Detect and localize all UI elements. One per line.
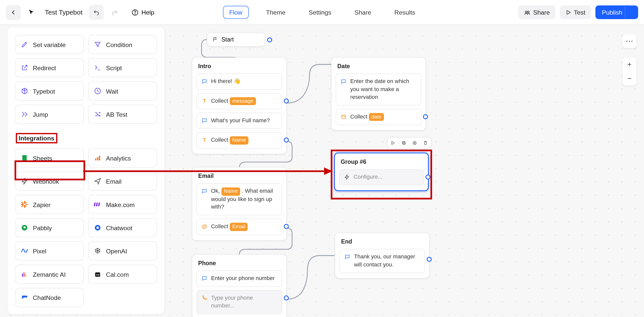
zapier-icon	[20, 200, 29, 209]
svg-text:Cal: Cal	[96, 273, 99, 276]
pencil-icon	[20, 40, 29, 49]
at-icon: @	[201, 223, 208, 230]
tab-share[interactable]: Share	[349, 6, 377, 18]
block-zapier[interactable]: Zapier	[15, 195, 84, 214]
block-redirect[interactable]: Redirect	[15, 58, 84, 77]
phone-icon	[201, 295, 208, 301]
svg-rect-11	[95, 158, 96, 160]
email-collect-step[interactable]: @ Collect Email	[196, 219, 282, 235]
svg-rect-4	[342, 115, 345, 118]
block-condition[interactable]: Condition	[88, 35, 157, 54]
back-button[interactable]	[6, 5, 21, 20]
block-openai[interactable]: OpenAI	[88, 242, 157, 261]
block-pabbly[interactable]: Pabbly	[15, 218, 84, 237]
intro-collect-name[interactable]: T Collect Name	[196, 132, 282, 149]
tab-theme[interactable]: Theme	[260, 6, 291, 18]
block-jump[interactable]: Jump	[15, 105, 84, 124]
redo-button[interactable]	[107, 5, 122, 20]
svg-rect-22	[25, 274, 26, 277]
end-node[interactable]: End Thank you, our manager will contact …	[335, 233, 430, 278]
make-icon	[94, 200, 102, 209]
end-message-step[interactable]: Thank you, our manager will contact you.	[339, 249, 425, 273]
box-icon	[20, 87, 29, 95]
email-prompt-step[interactable]: Ok, Name . What email would you like to …	[196, 183, 282, 215]
more-icon[interactable]: ⋯	[622, 34, 636, 48]
svg-point-1	[135, 14, 136, 14]
publish-button[interactable]: Publish	[595, 5, 629, 19]
shuffle-icon	[94, 110, 102, 118]
block-analytics[interactable]: Analytics	[88, 148, 157, 168]
phone-prompt-step[interactable]: Enter your phone number	[196, 270, 282, 287]
annotation-red-box-group6	[331, 150, 432, 200]
svg-rect-15	[96, 203, 98, 206]
filter-icon	[94, 40, 102, 49]
zoom-out-button[interactable]: −	[622, 71, 636, 86]
calendar-icon	[340, 113, 347, 120]
tab-flow[interactable]: Flow	[223, 6, 249, 19]
block-ab-test[interactable]: AB Test	[88, 105, 157, 124]
block-cal[interactable]: CalCal.com	[88, 265, 157, 284]
integrations-heading: Integrations	[16, 133, 57, 143]
help-button[interactable]: Help	[127, 6, 158, 19]
svg-point-3	[528, 11, 529, 13]
svg-rect-21	[24, 272, 25, 277]
flag-icon	[212, 36, 218, 42]
date-prompt-step[interactable]: Enter the date on which you want to make…	[336, 73, 421, 105]
chat-icon	[201, 117, 208, 124]
svg-rect-12	[97, 157, 98, 160]
chatwoot-icon	[94, 224, 102, 232]
block-zemantic[interactable]: Zemantic AI	[15, 265, 84, 284]
node-toolbar	[387, 137, 431, 149]
block-typebot[interactable]: Typebot	[15, 82, 84, 101]
zoom-in-button[interactable]: +	[622, 57, 636, 71]
canvas-more-menu[interactable]: ⋯	[622, 34, 636, 48]
email-node[interactable]: Email Ok, Name . What email would you li…	[192, 167, 287, 241]
external-link-icon	[20, 64, 29, 72]
phone-node[interactable]: Phone Enter your phone number Type your …	[192, 254, 287, 317]
annotation-red-box-webhook	[15, 161, 85, 180]
terminal-icon	[94, 64, 102, 72]
delete-button[interactable]	[420, 138, 431, 148]
svg-rect-16	[98, 203, 100, 206]
block-set-variable[interactable]: Set variable	[15, 35, 84, 54]
tab-results[interactable]: Results	[389, 6, 421, 18]
test-button[interactable]: Test	[560, 5, 591, 19]
main-tabs: Flow Theme Settings Share Results	[223, 6, 421, 19]
block-chatnode[interactable]: ChatNode	[15, 288, 84, 307]
svg-point-7	[414, 142, 415, 144]
svg-rect-5	[403, 142, 405, 144]
fast-forward-icon	[20, 110, 29, 118]
chat-icon	[201, 78, 208, 85]
chat-icon	[340, 78, 347, 85]
block-wait[interactable]: Wait	[88, 82, 157, 101]
block-script[interactable]: Script	[88, 58, 157, 77]
publish-dropdown[interactable]	[625, 5, 638, 19]
copy-button[interactable]	[398, 138, 409, 148]
intro-fullname-step[interactable]: What's your Full name?	[196, 113, 282, 129]
text-icon: T	[201, 137, 208, 143]
block-make[interactable]: Make.com	[88, 195, 157, 214]
share-button[interactable]: Share	[518, 5, 556, 19]
play-button[interactable]	[388, 138, 398, 148]
svg-point-19	[96, 226, 99, 229]
svg-rect-10	[22, 155, 27, 161]
chatnode-icon	[20, 293, 29, 302]
block-email[interactable]: Email	[88, 172, 157, 191]
tab-settings[interactable]: Settings	[303, 6, 337, 18]
svg-rect-13	[99, 156, 100, 161]
topbar: Test Typebot Help Flow Theme Settings Sh…	[0, 0, 644, 25]
wave-emoji: 👋	[234, 78, 241, 85]
bot-name[interactable]: Test Typebot	[45, 9, 82, 16]
phone-input-step[interactable]: Type your phone number...	[196, 290, 282, 314]
intro-hi-step[interactable]: Hi there! 👋	[196, 73, 282, 90]
undo-button[interactable]	[89, 5, 104, 20]
date-node[interactable]: Date Enter the date on which you want to…	[331, 57, 426, 131]
block-pixel[interactable]: Pixel	[15, 242, 84, 261]
svg-rect-20	[22, 274, 23, 277]
block-chatwoot[interactable]: Chatwoot	[88, 218, 157, 237]
intro-collect-message[interactable]: T Collect message	[196, 93, 282, 109]
date-collect-step[interactable]: Collect date	[336, 109, 421, 125]
focus-button[interactable]	[409, 138, 420, 148]
start-node[interactable]: Start	[207, 32, 265, 47]
intro-node[interactable]: Intro Hi there! 👋 T Collect message What…	[192, 57, 287, 154]
